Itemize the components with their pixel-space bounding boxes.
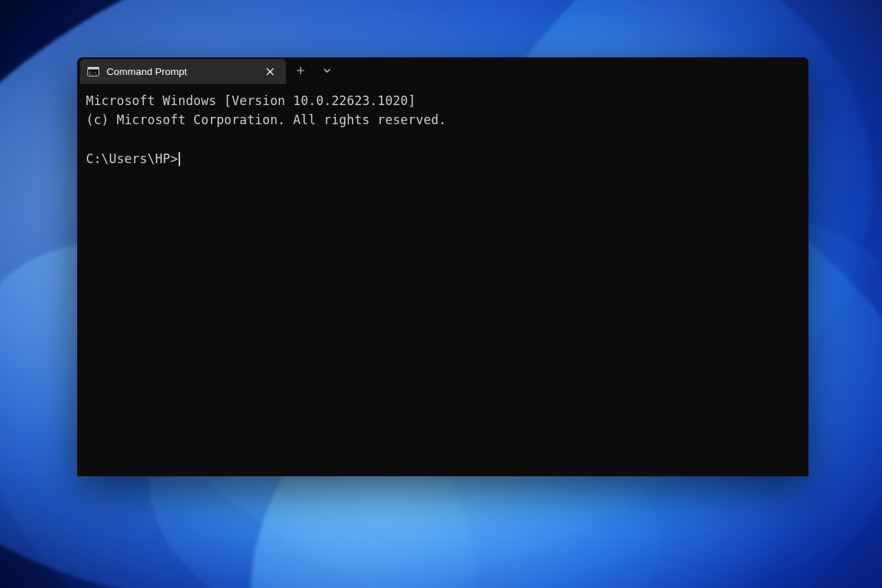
text-cursor bbox=[179, 152, 180, 166]
terminal-output[interactable]: Microsoft Windows [Version 10.0.22623.10… bbox=[77, 84, 808, 176]
terminal-line: Microsoft Windows [Version 10.0.22623.10… bbox=[86, 93, 416, 108]
plus-icon bbox=[296, 66, 305, 75]
command-prompt-icon: C:\ bbox=[87, 66, 99, 76]
tab-dropdown-button[interactable] bbox=[315, 57, 339, 84]
new-tab-button[interactable] bbox=[286, 57, 315, 84]
tab-command-prompt[interactable]: C:\ Command Prompt bbox=[80, 59, 286, 84]
tab-title: Command Prompt bbox=[107, 66, 254, 77]
terminal-window: C:\ Command Prompt Microsoft Window bbox=[77, 57, 808, 476]
terminal-prompt: C:\Users\HP> bbox=[86, 149, 178, 168]
close-icon bbox=[266, 68, 274, 76]
tab-close-button[interactable] bbox=[261, 62, 279, 80]
terminal-line: (c) Microsoft Corporation. All rights re… bbox=[86, 112, 446, 127]
chevron-down-icon bbox=[323, 68, 331, 74]
titlebar[interactable]: C:\ Command Prompt bbox=[77, 57, 808, 84]
svg-text:C:\: C:\ bbox=[89, 70, 97, 75]
svg-rect-1 bbox=[88, 67, 99, 69]
